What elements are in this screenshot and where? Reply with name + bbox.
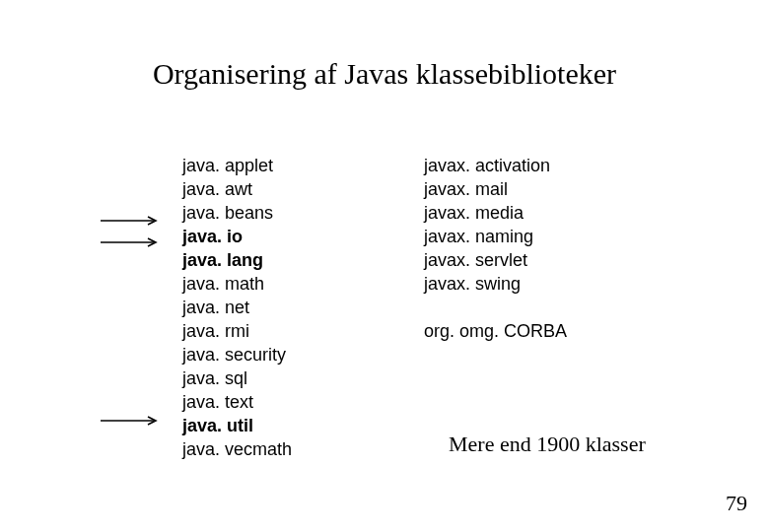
package-item: javax. mail [424,177,567,201]
package-item: javax. swing [424,272,567,296]
package-item: java. math [182,272,292,296]
package-item: java. text [182,390,292,414]
package-item: java. applet [182,154,292,177]
package-item: javax. activation [424,154,567,177]
java-packages-column: java. appletjava. awtjava. beansjava. io… [182,154,292,461]
package-item: java. util [182,414,292,437]
package-item: javax. naming [424,225,567,248]
package-item: java. sql [182,366,292,390]
package-item: java. security [182,343,292,366]
package-item: javax. media [424,201,567,225]
arrow-icon [99,233,164,251]
package-item: java. awt [182,177,292,201]
arrow-icon [99,412,164,430]
pointer-arrows [99,212,164,433]
javax-packages-column: javax. activationjavax. mailjavax. media… [424,154,567,343]
slide-title: Organisering af Javas klassebiblioteker [0,57,769,91]
slide: Organisering af Javas klassebiblioteker … [0,0,769,532]
package-item: java. lang [182,248,292,272]
package-item: java. rmi [182,319,292,343]
package-item: javax. servlet [424,248,567,272]
package-item: java. beans [182,201,292,225]
package-item: java. net [182,296,292,319]
spacer [424,296,567,319]
arrow-icon [99,212,164,230]
page-number: 79 [726,491,747,516]
package-item: java. vecmath [182,437,292,461]
footer-note: Mere end 1900 klasser [449,432,646,457]
package-item: org. omg. CORBA [424,319,567,343]
package-item: java. io [182,225,292,248]
